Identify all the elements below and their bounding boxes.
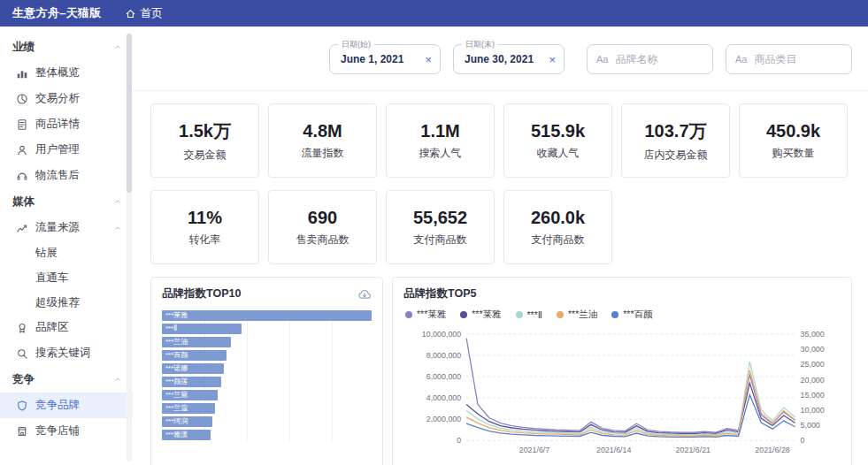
nav-home[interactable]: 首页 bbox=[125, 6, 163, 21]
panel-head: 品牌指数TOP10 bbox=[162, 286, 372, 301]
bar-chart: ***莱雅***Ⅱ***兰油***百颜***诺娜***颜莲***兰黛***兰蔻*… bbox=[162, 310, 372, 440]
sidebar-section-media[interactable]: 媒体 bbox=[0, 188, 133, 215]
panel-title: 品牌指数TOP10 bbox=[162, 286, 241, 301]
kpi-card: 690售卖商品数 bbox=[268, 190, 377, 264]
document-icon bbox=[16, 118, 28, 131]
legend-item[interactable]: ***百颜 bbox=[611, 309, 652, 321]
svg-text:15,000: 15,000 bbox=[801, 391, 825, 400]
sidebar-item-brand-zone[interactable]: 品牌区 bbox=[0, 315, 133, 340]
sidebar-item-product-detail[interactable]: 商品详情 bbox=[0, 111, 133, 137]
svg-text:2021/6/21: 2021/6/21 bbox=[676, 446, 711, 454]
kpi-card: 55,652支付商品数 bbox=[386, 190, 495, 264]
bar: ***诺娜 bbox=[162, 363, 224, 374]
date-end-field[interactable]: 日期(末) June 30, 2021 × bbox=[453, 44, 565, 74]
panel-head: 品牌指数TOP5 bbox=[403, 286, 841, 301]
chevron-up-icon bbox=[113, 42, 122, 51]
legend-item[interactable]: ***兰油 bbox=[557, 309, 597, 321]
kpi-value: 4.8M bbox=[303, 121, 342, 141]
date-end-clear-icon[interactable]: × bbox=[549, 53, 556, 66]
sidebar-item-overview[interactable]: 整体概览 bbox=[0, 60, 133, 86]
svg-text:2021/6/14: 2021/6/14 bbox=[596, 446, 632, 454]
sidebar-item-logistics-aftersale[interactable]: 物流售后 bbox=[0, 163, 133, 188]
kpi-value: 260.0k bbox=[531, 208, 585, 228]
sidebar-scrollbar-thumb[interactable] bbox=[127, 34, 132, 193]
kpi-card: 1.1M搜索人气 bbox=[386, 103, 495, 178]
sidebar-section-competition[interactable]: 竞争 bbox=[0, 366, 133, 393]
kpi-label: 转化率 bbox=[189, 232, 221, 248]
store-icon bbox=[16, 425, 28, 438]
svg-text:2021/6/7: 2021/6/7 bbox=[519, 446, 550, 454]
sidebar-item-super-recommend[interactable]: 超级推荐 bbox=[0, 290, 133, 315]
sidebar-item-zuanzhan[interactable]: 钻展 bbox=[0, 240, 133, 265]
line-chart: 10,000,0008,000,0006,000,0004,000,0002,0… bbox=[403, 324, 841, 465]
user-icon bbox=[16, 144, 28, 156]
sidebar-item-label: 交易分析 bbox=[35, 91, 80, 106]
bar-row: ***诺娜 bbox=[162, 363, 372, 374]
date-start-clear-icon[interactable]: × bbox=[425, 53, 432, 66]
sidebar-item-rival-shops[interactable]: 竞争店铺 bbox=[0, 418, 133, 444]
legend-dot-icon bbox=[516, 311, 523, 318]
sidebar-item-label: 流量来源 bbox=[35, 220, 80, 235]
legend-item[interactable]: ***莱雅 bbox=[405, 309, 446, 321]
brand-name-input[interactable] bbox=[613, 52, 712, 66]
kpi-value: 55,652 bbox=[413, 208, 467, 228]
kpi-value: 103.7万 bbox=[644, 119, 706, 143]
bar: ***莱雅 bbox=[162, 310, 372, 321]
kpi-value: 1.1M bbox=[420, 121, 459, 141]
sidebar-item-traffic-source[interactable]: 流量来源 bbox=[0, 215, 133, 240]
legend-item[interactable]: ***Ⅱ bbox=[516, 309, 542, 320]
kpi-label: 购买数量 bbox=[772, 146, 815, 161]
kpi-row-1: 1.5k万交易金额4.8M流量指数1.1M搜索人气515.9k收藏人气103.7… bbox=[150, 103, 852, 178]
text-format-icon: Aa bbox=[735, 54, 747, 65]
filter-bar: 日期(始) June 1, 2021 × 日期(末) June 30, 2021… bbox=[133, 41, 868, 91]
app-title: 生意方舟–天猫版 bbox=[12, 5, 102, 21]
kpi-label: 售卖商品数 bbox=[296, 232, 350, 248]
date-start-label: 日期(始) bbox=[338, 39, 374, 50]
shield-icon bbox=[16, 400, 28, 412]
date-start-field[interactable]: 日期(始) June 1, 2021 × bbox=[329, 44, 441, 74]
sidebar-item-search-keywords[interactable]: 搜索关键词 bbox=[0, 340, 133, 366]
kpi-label: 支付商品数 bbox=[532, 232, 585, 248]
legend-dot-icon bbox=[611, 311, 618, 318]
legend-dot-icon bbox=[557, 311, 564, 318]
sidebar-item-label: 竞争店铺 bbox=[35, 423, 80, 438]
sidebar: 业绩整体概览交易分析商品详情用户管理物流售后媒体流量来源钻展直通车超级推荐品牌区… bbox=[0, 27, 133, 465]
category-field: Aa bbox=[726, 44, 852, 74]
cloud-download-icon[interactable] bbox=[357, 287, 372, 301]
legend-dot-icon bbox=[460, 311, 467, 318]
category-input[interactable] bbox=[752, 52, 851, 66]
sidebar-item-rival-brands[interactable]: 竞争品牌 bbox=[0, 393, 133, 418]
brand-index-top10-panel: 品牌指数TOP10 ***莱雅***Ⅱ***兰油***百颜***诺娜***颜莲*… bbox=[150, 277, 383, 465]
legend-item[interactable]: ***莱雅 bbox=[460, 309, 501, 321]
svg-text:10,000: 10,000 bbox=[801, 406, 825, 415]
bar: ***兰蔻 bbox=[162, 403, 215, 414]
kpi-card: 450.9k购买数量 bbox=[739, 103, 848, 178]
svg-text:0: 0 bbox=[457, 436, 461, 445]
sidebar-item-zhitongche[interactable]: 直通车 bbox=[0, 265, 133, 290]
kpi-card: 260.0k支付商品数 bbox=[503, 190, 612, 264]
bar: ***百颜 bbox=[162, 350, 227, 361]
kpi-value: 11% bbox=[188, 208, 222, 228]
bar: ***兰油 bbox=[162, 337, 231, 347]
sidebar-section-label: 业绩 bbox=[12, 40, 35, 55]
kpi-value: 450.9k bbox=[766, 121, 820, 141]
svg-text:2021/6/28: 2021/6/28 bbox=[755, 446, 790, 454]
bar-row: ***百颜 bbox=[162, 350, 372, 361]
pie-chart-icon bbox=[16, 93, 28, 105]
svg-text:35,000: 35,000 bbox=[801, 330, 825, 339]
sidebar-section-performance[interactable]: 业绩 bbox=[0, 34, 133, 60]
svg-text:0: 0 bbox=[801, 436, 805, 445]
sidebar-item-user-management[interactable]: 用户管理 bbox=[0, 137, 133, 163]
sidebar-item-trade-analysis[interactable]: 交易分析 bbox=[0, 86, 133, 111]
main-content: 日期(始) June 1, 2021 × 日期(末) June 30, 2021… bbox=[133, 27, 868, 465]
brand-name-field: Aa bbox=[587, 44, 713, 74]
date-start-value: June 1, 2021 bbox=[341, 53, 403, 65]
svg-text:8,000,000: 8,000,000 bbox=[426, 351, 462, 360]
svg-text:4,000,000: 4,000,000 bbox=[426, 393, 462, 402]
chart-panels: 品牌指数TOP10 ***莱雅***Ⅱ***兰油***百颜***诺娜***颜莲*… bbox=[150, 277, 852, 465]
headset-icon bbox=[16, 170, 28, 182]
kpi-value: 515.9k bbox=[531, 121, 585, 141]
sidebar-item-label: 搜索关键词 bbox=[35, 346, 91, 361]
svg-text:30,000: 30,000 bbox=[801, 345, 825, 354]
bar: ***颜莲 bbox=[162, 377, 221, 387]
